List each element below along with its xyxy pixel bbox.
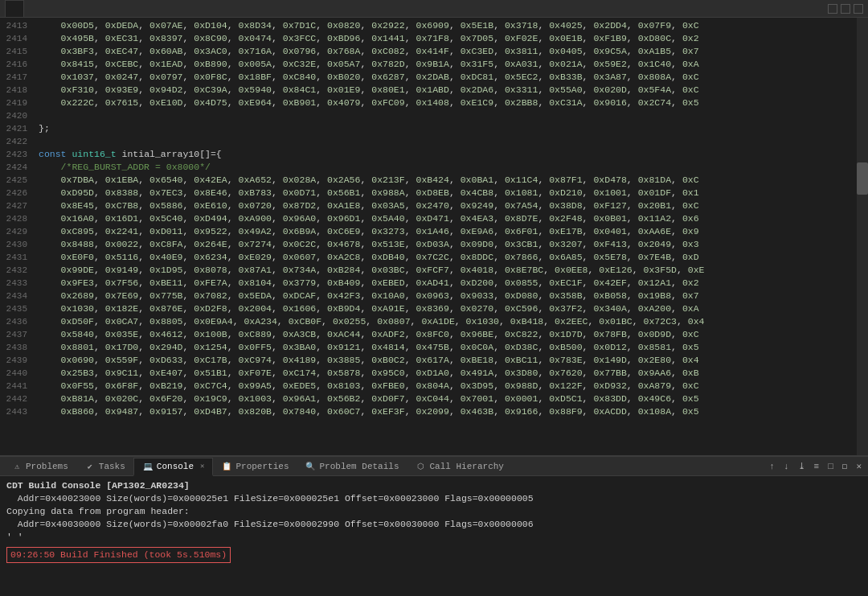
- restore-button[interactable]: [841, 4, 850, 14]
- line-number: 2424: [0, 161, 27, 174]
- editor-area: 2413241424152416241724182419242024212422…: [0, 18, 868, 455]
- panel-tab-properties[interactable]: 📋Properties: [213, 457, 297, 475]
- code-content[interactable]: 0x00D5, 0xDEDA, 0x07AE, 0xD104, 0x8D34, …: [34, 18, 857, 455]
- window-controls: [828, 4, 863, 14]
- panel-ctrl-btn-0[interactable]: ↑: [766, 460, 778, 473]
- code-line: 0x5840, 0x035E, 0x4612, 0x100B, 0xC889, …: [39, 328, 857, 341]
- code-line: 0x3BF3, 0xEC47, 0x60AB, 0x3AC0, 0x716A, …: [39, 45, 857, 58]
- line-number: 2433: [0, 277, 27, 290]
- line-number: 2423: [0, 148, 27, 161]
- problems-icon: ⚠: [11, 461, 23, 472]
- line-number: 2437: [0, 328, 27, 341]
- maximize-button[interactable]: [854, 4, 863, 14]
- panel-ctrl-btn-6[interactable]: ✕: [853, 459, 865, 473]
- line-number: 2431: [0, 251, 27, 264]
- panel-ctrl-btn-2[interactable]: ⤓: [795, 459, 809, 473]
- code-container: 2413241424152416241724182419242024212422…: [0, 18, 857, 455]
- console-close[interactable]: ✕: [200, 462, 204, 471]
- console-label: Console: [157, 462, 194, 471]
- editor-tab[interactable]: [5, 0, 24, 17]
- problem-details-label: Problem Details: [319, 462, 399, 471]
- properties-icon: 📋: [221, 461, 232, 472]
- tasks-label: Tasks: [99, 462, 125, 471]
- code-line: 0x25B3, 0x9C11, 0xE407, 0x51B1, 0xF07E, …: [39, 367, 857, 380]
- code-line: [39, 135, 857, 148]
- console-line: ' ': [6, 531, 862, 544]
- minimize-button[interactable]: [828, 4, 837, 14]
- console-header: CDT Build Console [AP1302_AR0234]: [6, 479, 862, 492]
- line-number: 2415: [0, 45, 27, 58]
- code-line: 0xD95D, 0x8388, 0x7EC3, 0x8E46, 0xB783, …: [39, 187, 857, 199]
- line-number: 2414: [0, 32, 27, 45]
- line-number: 2427: [0, 199, 27, 212]
- panel-ctrl-btn-5[interactable]: ◻: [839, 459, 851, 473]
- line-number: 2429: [0, 225, 27, 238]
- code-line: };: [39, 122, 857, 135]
- line-number: 2416: [0, 58, 27, 71]
- code-line: 0x1037, 0x0247, 0x0797, 0x0F8C, 0x18BF, …: [39, 71, 857, 84]
- code-line: 0xB860, 0x9487, 0x9157, 0xD4B7, 0x820B, …: [39, 405, 857, 418]
- line-numbers: 2413241424152416241724182419242024212422…: [0, 18, 34, 455]
- panel-ctrl-btn-3[interactable]: ≡: [811, 460, 823, 473]
- panel-tab-tasks[interactable]: ✔Tasks: [76, 457, 133, 475]
- scrollbar-thumb[interactable]: [857, 162, 868, 195]
- bottom-panel: ⚠Problems✔Tasks💻Console✕📋Properties🔍Prob…: [0, 455, 868, 596]
- console-icon: 💻: [142, 461, 154, 472]
- line-number: 2413: [0, 19, 27, 32]
- line-number: 2417: [0, 71, 27, 84]
- panel-ctrl-btn-4[interactable]: □: [825, 460, 837, 473]
- code-line: 0x8488, 0x0022, 0xC8FA, 0x264E, 0x7274, …: [39, 238, 857, 251]
- code-line: 0x1030, 0x182E, 0x876E, 0xD2F8, 0x2004, …: [39, 302, 857, 315]
- code-line: 0x00D5, 0xDEDA, 0x07AE, 0xD104, 0x8D34, …: [39, 19, 857, 32]
- panel-tab-problem-details[interactable]: 🔍Problem Details: [297, 457, 407, 475]
- line-number: 2432: [0, 264, 27, 277]
- code-line: 0x7DBA, 0x1EBA, 0x6540, 0x42EA, 0xA652, …: [39, 174, 857, 187]
- line-number: 2430: [0, 238, 27, 251]
- line-number: 2435: [0, 302, 27, 315]
- code-line: 0xD50F, 0x0CA7, 0x8805, 0x0E9A4, 0xA234,…: [39, 315, 857, 328]
- call-hierarchy-icon: ⬡: [416, 461, 427, 472]
- line-number: 2419: [0, 97, 27, 109]
- panel-tab-console[interactable]: 💻Console✕: [133, 458, 214, 476]
- title-bar: [0, 0, 868, 18]
- line-number: 2440: [0, 367, 27, 380]
- problem-details-icon: 🔍: [305, 461, 316, 472]
- panel-right-controls: ↑↓⤓≡□◻✕: [766, 459, 865, 473]
- code-line: 0x9FE3, 0x7F56, 0xBE11, 0xFE7A, 0x8104, …: [39, 277, 857, 290]
- code-line: 0x0F55, 0x6F8F, 0xB219, 0xC7C4, 0x99A5, …: [39, 380, 857, 393]
- tasks-icon: ✔: [84, 461, 96, 472]
- panel-ctrl-btn-1[interactable]: ↓: [780, 460, 792, 473]
- line-number: 2438: [0, 341, 27, 354]
- problems-label: Problems: [26, 462, 68, 471]
- line-number: 2434: [0, 290, 27, 302]
- line-number: 2422: [0, 135, 27, 148]
- code-line: 0x495B, 0xEC31, 0x8397, 0x8C90, 0x0474, …: [39, 32, 857, 45]
- console-content: CDT Build Console [AP1302_AR0234] Addr=0…: [0, 476, 868, 596]
- call-hierarchy-label: Call Hierarchy: [430, 462, 504, 471]
- line-number: 2421: [0, 122, 27, 135]
- code-line: 0x16A0, 0x16D1, 0x5C40, 0xD494, 0xA900, …: [39, 212, 857, 225]
- code-line: 0xC895, 0x2241, 0xD011, 0x9522, 0x49A2, …: [39, 225, 857, 238]
- properties-label: Properties: [235, 462, 289, 471]
- panel-tabs-bar: ⚠Problems✔Tasks💻Console✕📋Properties🔍Prob…: [0, 457, 868, 476]
- panel-tab-call-hierarchy[interactable]: ⬡Call Hierarchy: [407, 457, 512, 475]
- code-line: 0xB81A, 0x020C, 0x6F20, 0x19C9, 0x1003, …: [39, 393, 857, 405]
- line-number: 2420: [0, 109, 27, 122]
- code-line: const uint16_t intial_array10[]={: [39, 148, 857, 161]
- code-line: 0xE0F0, 0x5116, 0x40E9, 0x6234, 0xE029, …: [39, 251, 857, 264]
- line-number: 2439: [0, 354, 27, 367]
- code-line: 0x8E45, 0xC7B8, 0x5886, 0xE610, 0x0720, …: [39, 199, 857, 212]
- code-line: 0xF310, 0x93E9, 0x94D2, 0xC39A, 0x5940, …: [39, 84, 857, 97]
- code-line: 0x8415, 0xCEBC, 0x1EAD, 0xB890, 0x005A, …: [39, 58, 857, 71]
- code-line: /*REG_BURST_ADDR = 0x8000*/: [39, 161, 857, 174]
- code-line: 0x99DE, 0x9149, 0x1D95, 0x8078, 0x87A1, …: [39, 264, 857, 277]
- line-number: 2425: [0, 174, 27, 187]
- panel-tab-problems[interactable]: ⚠Problems: [3, 457, 76, 475]
- line-number: 2443: [0, 405, 27, 418]
- code-line: 0x2689, 0x7E69, 0x775B, 0x7082, 0x5EDA, …: [39, 290, 857, 302]
- code-line: [39, 109, 857, 122]
- vertical-scrollbar[interactable]: [857, 18, 868, 455]
- line-number: 2428: [0, 212, 27, 225]
- code-line: 0x8801, 0x17D0, 0x294D, 0x1254, 0x0FF5, …: [39, 341, 857, 354]
- build-result: 09:26:50 Build Finished (took 5s.510ms): [6, 544, 862, 563]
